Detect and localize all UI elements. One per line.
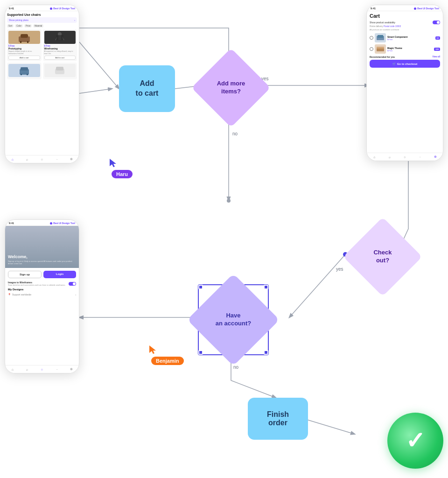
filter-price[interactable]: Price [24,24,32,28]
add-more-items-node[interactable]: Add moreitems? [203,60,259,116]
benjamin-cursor-arrow [149,345,157,355]
welcome-nav-bookmark[interactable]: ⬝ [55,367,59,371]
nav-cart[interactable]: ⊕ [70,157,73,161]
checkout-label: Checkout? [373,249,392,265]
welcome-nav-cart[interactable]: ⊕ [70,367,73,371]
wireframe-toggle[interactable] [69,282,76,286]
checkout-node[interactable]: Checkout? [355,229,411,285]
cart-nav-cart[interactable]: ⊕ [434,155,437,159]
product-1-name: Prototyping [8,47,40,50]
product-1-desc: Support multiple people to sit on. Inter… [8,50,40,55]
availability-toggle[interactable] [433,21,440,24]
svg-rect-20 [56,67,63,70]
wireframe-row: Images to Wireframes Scan sketches and s… [5,281,79,286]
design-item-1: 📍 Support worldwide › [8,292,76,297]
svg-rect-25 [377,49,384,51]
nav-home[interactable]: ⌂ [11,157,14,161]
cart-nav-profile[interactable]: ○ [403,155,406,159]
svg-rect-16 [21,67,28,70]
cart-item-2: Magic Theme $ Free 100 [370,44,440,54]
svg-rect-18 [27,74,28,75]
cart-item-2-qty: 100 [434,48,440,51]
welcome-phone-nav: ⌂ ⌕ ○ ⬝ ⊕ [5,365,79,373]
wireframe-sub: Scan sketches and screenshots and turn t… [8,284,65,286]
add-to-cart-node[interactable]: Add to cart [119,65,175,112]
svg-rect-9 [27,41,28,43]
add-more-label: Add moreitems? [217,80,245,96]
checkmark-icon: ✓ [406,427,425,454]
product-card-2: $ Free Wireframing AI supported, no sitt… [43,29,77,61]
filter-row: Sort Color Price Material [7,24,77,28]
cart-phone-header: 9:41 Best UI Design Tool [367,5,443,11]
filter-color[interactable]: Color [15,24,23,28]
product-2-desc: AI supported, no sitting allowed, easy t… [44,50,76,55]
left-phone-title: Supported Use chairs [7,13,77,16]
cart-item-1: Smart Component $ Free 10 [370,33,440,42]
pin-icon: 📍 [8,293,11,296]
nav-profile[interactable]: ○ [40,157,44,161]
cart-nav-search[interactable]: ⌕ [388,155,392,159]
svg-marker-27 [149,345,156,354]
welcome-nav-home[interactable]: ⌂ [11,367,14,371]
cart-item-2-radio[interactable] [370,47,373,51]
cart-item-1-radio[interactable] [370,36,373,40]
svg-rect-8 [20,41,21,43]
signup-button[interactable]: Sign up [8,271,42,278]
haru-cursor: Haru [110,159,133,178]
filter-sort[interactable]: Sort [7,24,14,28]
svg-text:no: no [233,365,239,370]
welcome-nav-search[interactable]: ⌕ [25,367,29,371]
svg-rect-14 [56,35,63,41]
left-phone-nav: ⌂ ⌕ ○ ⬝ ⊕ [5,155,79,163]
auth-buttons: Sign up Login [5,268,79,281]
filter-material[interactable]: Material [33,24,43,28]
nav-search[interactable]: ⌕ [25,157,29,161]
haru-cursor-arrow [110,159,117,168]
left-phone-brand: Best UI Design Tool [50,7,75,10]
svg-rect-24 [377,47,384,49]
cart-phone: 9:41 Best UI Design Tool Cart Show produ… [366,5,443,161]
have-account-label: Havean account? [216,312,252,328]
cart-item-1-qty: 10 [435,36,440,40]
cart-nav-home[interactable]: ⌂ [372,155,376,159]
finish-order-node[interactable]: Finish order [248,398,308,440]
product-2-add-cart[interactable]: Add to cart [44,56,76,60]
welcome-hero: Welcome, Sign up or log in to Visily to … [5,226,79,268]
svg-rect-22 [378,35,383,38]
availability-label: Show product availability [370,21,395,24]
svg-rect-17 [21,74,22,75]
recommended-section: Recommended for you View all [370,56,440,58]
login-button[interactable]: Login [43,271,76,278]
left-phone-header: 9:41 Best UI Design Tool [5,5,79,11]
welcome-subtitle: Sign up or log in to Visily to access sp… [8,260,76,265]
checkout-button[interactable]: 🛒 Go to checkout [370,60,440,68]
cart-title: Cart [370,13,440,19]
svg-rect-7 [21,34,28,38]
add-to-cart-label: Add to cart [136,79,159,98]
cart-nav-bookmark[interactable]: ⬝ [418,155,422,159]
welcome-title: Welcome, [8,254,76,259]
haru-label: Haru [112,170,133,178]
delivery-row: Home delivery Postal code 10002 [370,25,440,28]
benjamin-cursor: Benjamin [149,345,184,365]
product-grid: $ Free Prototyping Support multiple peop… [7,29,77,79]
my-designs-section: My Designs 📍 Support worldwide › [5,288,79,297]
welcome-phone-status: 9:41 [9,222,14,225]
cart-phone-brand: Best UI Design Tool [414,7,439,10]
product-1-add-cart[interactable]: Add to cart [8,56,40,60]
have-account-node[interactable]: Havean account? [201,287,266,352]
product-2-name: Wireframing [44,47,76,50]
nav-bookmark[interactable]: ⬝ [55,157,59,161]
svg-point-1 [227,199,231,203]
welcome-phone-header: 9:41 Best UI Design Tool [5,220,79,226]
cart-item-2-price: $ Free [387,49,433,52]
finish-order-label: Finish order [267,410,289,427]
product-card-4 [43,63,77,79]
welcome-nav-profile[interactable]: ○ [40,367,44,371]
welcome-phone: 9:41 Best UI Design Tool Welcome, Sign u… [5,219,79,373]
pricing-banner[interactable]: Show pricing plans › [7,17,77,23]
delivery-sub: All products are available worldwide [370,28,440,31]
cart-item-1-price: $ Free [387,38,434,41]
welcome-phone-brand: Best UI Design Tool [50,222,75,225]
svg-text:yes: yes [336,267,343,272]
